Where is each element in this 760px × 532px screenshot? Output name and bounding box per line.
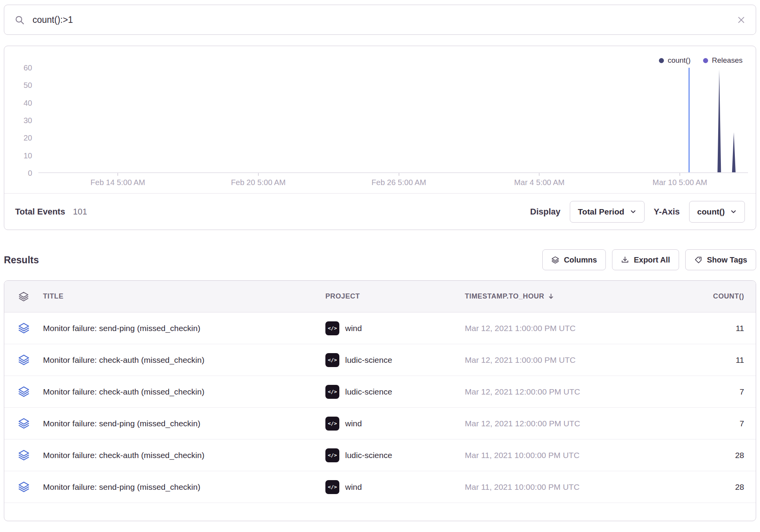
y-tick-label: 60 <box>24 63 32 72</box>
x-tick-label: Feb 20 5:00 AM <box>231 178 285 187</box>
row-count: 28 <box>682 451 756 460</box>
row-count: 28 <box>682 482 756 492</box>
tag-icon <box>694 256 702 264</box>
legend-item-releases[interactable]: Releases <box>703 56 743 65</box>
row-count: 7 <box>682 419 756 428</box>
series-area <box>38 69 748 172</box>
legend-label-count: count() <box>668 56 691 65</box>
project-name: wind <box>345 419 362 428</box>
column-header-title[interactable]: TITLE <box>43 292 325 300</box>
row-project: </>ludic-science <box>325 385 465 399</box>
x-tick-label: Feb 14 5:00 AM <box>91 178 145 187</box>
row-timestamp: Mar 12, 2021 1:00:00 PM UTC <box>465 324 682 333</box>
project-platform-icon: </> <box>325 385 339 399</box>
x-tick-mark <box>399 173 399 176</box>
results-bar: Results Columns Export All Show Tags <box>4 249 756 270</box>
column-header-project[interactable]: PROJECT <box>325 292 465 300</box>
column-header-title-label: TITLE <box>43 292 64 300</box>
show-tags-button[interactable]: Show Tags <box>685 249 756 270</box>
project-platform-icon: </> <box>325 321 339 335</box>
row-title: Monitor failure: send-ping (missed_check… <box>43 482 325 492</box>
legend-dot-count-icon <box>659 58 664 63</box>
y-tick-label: 50 <box>24 81 32 90</box>
chart-legend: count() Releases <box>10 53 748 68</box>
project-name: ludic-science <box>345 451 392 460</box>
table-header-row: TITLE PROJECT TIMESTAMP.TO_HOUR COUNT() <box>4 281 756 312</box>
x-tick-mark <box>258 173 259 176</box>
y-tick-label: 10 <box>24 151 32 160</box>
chevron-down-icon <box>630 208 636 215</box>
y-tick-label: 30 <box>24 116 32 125</box>
column-header-timestamp[interactable]: TIMESTAMP.TO_HOUR <box>465 292 682 300</box>
column-header-count-label: COUNT() <box>713 292 744 300</box>
project-platform-icon: </> <box>325 353 339 367</box>
x-tick-mark <box>117 173 118 176</box>
show-tags-button-label: Show Tags <box>707 256 747 264</box>
x-tick-mark <box>679 173 680 176</box>
yaxis-dropdown[interactable]: count() <box>689 201 745 223</box>
row-project: </>wind <box>325 321 465 335</box>
layers-icon <box>18 291 29 302</box>
chevron-down-icon <box>730 208 737 215</box>
layers-icon[interactable] <box>18 386 30 398</box>
y-tick-label: 0 <box>28 169 32 178</box>
row-timestamp: Mar 11, 2021 10:00:00 PM UTC <box>465 451 682 460</box>
project-platform-icon: </> <box>325 417 339 431</box>
layers-icon[interactable] <box>18 481 30 493</box>
row-title: Monitor failure: send-ping (missed_check… <box>43 419 325 428</box>
yaxis-dropdown-value: count() <box>697 207 725 216</box>
row-title: Monitor failure: check-auth (missed_chec… <box>43 451 325 460</box>
layers-icon[interactable] <box>18 322 30 334</box>
row-timestamp: Mar 12, 2021 12:00:00 PM UTC <box>465 419 682 428</box>
chart-panel: count() Releases 0102030405060 Feb 14 5:… <box>4 46 756 230</box>
row-title: Monitor failure: check-auth (missed_chec… <box>43 355 325 365</box>
chart-body: 0102030405060 Feb 14 5:00 AMFeb 20 5:00 … <box>10 68 748 193</box>
table-row[interactable]: Monitor failure: check-auth (missed_chec… <box>4 344 756 376</box>
row-project: </>ludic-science <box>325 448 465 462</box>
layers-icon <box>551 256 559 264</box>
chart-plot[interactable] <box>38 68 748 173</box>
columns-button[interactable]: Columns <box>542 249 606 270</box>
project-platform-icon: </> <box>325 448 339 462</box>
legend-item-count[interactable]: count() <box>659 56 691 65</box>
project-name: wind <box>345 324 362 333</box>
sort-descending-icon <box>547 293 555 300</box>
row-timestamp: Mar 12, 2021 12:00:00 PM UTC <box>465 387 682 396</box>
export-all-button[interactable]: Export All <box>612 249 679 270</box>
search-input[interactable] <box>32 14 730 26</box>
total-events-label: Total Events <box>15 207 65 217</box>
table-footer <box>4 503 756 521</box>
search-icon <box>14 15 25 25</box>
table-row[interactable]: Monitor failure: check-auth (missed_chec… <box>4 376 756 408</box>
x-tick-mark <box>539 173 540 176</box>
x-tick-label: Mar 4 5:00 AM <box>514 178 564 187</box>
row-timestamp: Mar 11, 2021 10:00:00 PM UTC <box>465 482 682 492</box>
yaxis-label: Y-Axis <box>654 207 680 217</box>
row-timestamp: Mar 12, 2021 1:00:00 PM UTC <box>465 355 682 365</box>
download-icon <box>621 256 629 264</box>
table-row[interactable]: Monitor failure: send-ping (missed_check… <box>4 408 756 439</box>
layers-icon[interactable] <box>18 449 30 461</box>
legend-dot-releases-icon <box>703 58 708 63</box>
display-dropdown[interactable]: Total Period <box>570 201 645 223</box>
layers-icon[interactable] <box>18 417 30 429</box>
close-icon[interactable] <box>737 15 746 24</box>
display-label: Display <box>530 207 561 217</box>
display-dropdown-value: Total Period <box>578 207 624 216</box>
row-count: 11 <box>682 324 756 333</box>
row-project: </>wind <box>325 480 465 494</box>
chart-footer: Total Events 101 Display Total Period Y-… <box>4 193 756 230</box>
table-row[interactable]: Monitor failure: send-ping (missed_check… <box>4 312 756 344</box>
y-tick-label: 40 <box>24 98 32 107</box>
results-title: Results <box>4 254 39 266</box>
results-table: TITLE PROJECT TIMESTAMP.TO_HOUR COUNT() … <box>4 280 756 521</box>
legend-label-releases: Releases <box>712 56 743 65</box>
row-project: </>wind <box>325 417 465 431</box>
column-header-count[interactable]: COUNT() <box>682 292 756 300</box>
chart-plot-svg <box>38 68 748 172</box>
table-row[interactable]: Monitor failure: send-ping (missed_check… <box>4 471 756 503</box>
layers-icon[interactable] <box>18 354 30 366</box>
table-row[interactable]: Monitor failure: check-auth (missed_chec… <box>4 439 756 471</box>
column-header-project-label: PROJECT <box>325 292 360 300</box>
project-name: wind <box>345 482 362 492</box>
